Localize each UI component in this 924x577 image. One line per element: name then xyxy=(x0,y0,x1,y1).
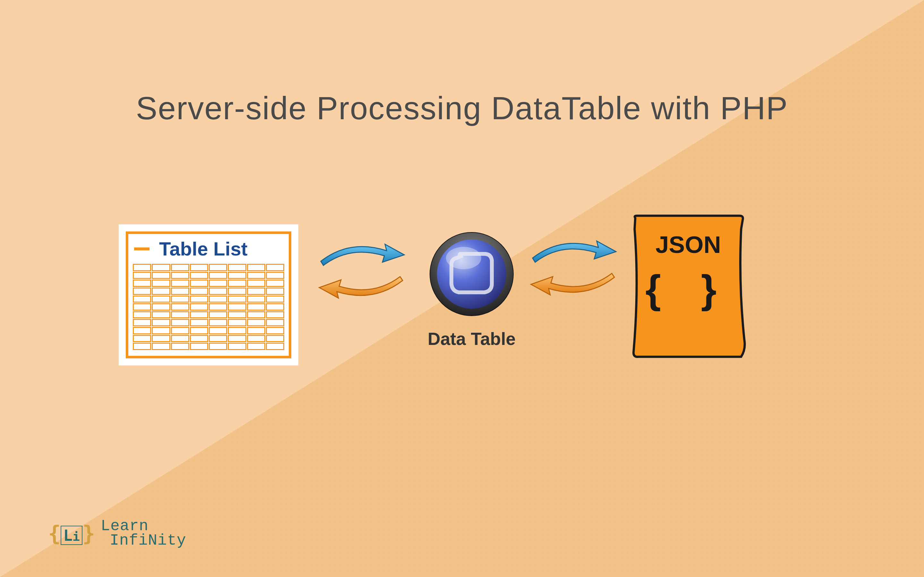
table-cell xyxy=(228,287,246,295)
table-cell xyxy=(133,264,151,271)
table-cell xyxy=(190,295,208,303)
table-cell xyxy=(133,295,151,303)
table-cell xyxy=(171,303,189,311)
table-cell xyxy=(152,343,170,350)
table-cell xyxy=(266,319,284,326)
table-cell xyxy=(266,279,284,287)
table-cell xyxy=(209,272,227,279)
table-cell xyxy=(133,287,151,295)
table-cell xyxy=(247,303,265,311)
table-cell xyxy=(171,311,189,319)
table-cell xyxy=(133,272,151,279)
table-cell xyxy=(247,264,265,271)
table-list-inner: Table List xyxy=(126,231,291,358)
table-header: Table List xyxy=(133,238,284,260)
table-cell xyxy=(209,335,227,342)
table-row xyxy=(133,295,284,303)
table-cell xyxy=(209,295,227,303)
table-cell xyxy=(171,272,189,279)
table-cell xyxy=(247,272,265,279)
table-cell xyxy=(133,303,151,311)
table-cell xyxy=(190,279,208,287)
table-row xyxy=(133,319,284,326)
table-cell xyxy=(209,343,227,350)
table-cell xyxy=(266,272,284,279)
table-cell xyxy=(190,335,208,342)
page-title: Server-side Processing DataTable with PH… xyxy=(0,90,924,127)
table-cell xyxy=(209,287,227,295)
table-cell xyxy=(152,295,170,303)
arrow-left-orange-2 xyxy=(528,271,618,304)
table-cell xyxy=(133,319,151,326)
table-cell xyxy=(171,264,189,271)
datatable-label: Data Table xyxy=(412,329,531,349)
table-cell xyxy=(171,335,189,342)
json-document: JSON { } xyxy=(629,213,748,361)
table-cell xyxy=(266,327,284,334)
table-cell xyxy=(190,287,208,295)
table-cell xyxy=(228,327,246,334)
arrow-right-blue-2 xyxy=(529,234,619,268)
table-cell xyxy=(190,303,208,311)
table-cell xyxy=(190,327,208,334)
table-cell xyxy=(247,343,265,350)
table-cell xyxy=(228,319,246,326)
datatable-icon xyxy=(428,231,515,318)
table-cell xyxy=(190,272,208,279)
table-cell xyxy=(228,343,246,350)
arrow-right-blue-1 xyxy=(318,237,407,271)
table-cell xyxy=(190,264,208,271)
table-cell xyxy=(266,303,284,311)
table-cell xyxy=(171,279,189,287)
table-cell xyxy=(247,287,265,295)
table-cell xyxy=(171,327,189,334)
table-cell xyxy=(152,327,170,334)
table-cell xyxy=(228,279,246,287)
table-cell xyxy=(228,264,246,271)
table-cell xyxy=(247,335,265,342)
table-cell xyxy=(247,295,265,303)
table-cell xyxy=(152,311,170,319)
table-cell xyxy=(171,287,189,295)
table-cell xyxy=(190,319,208,326)
table-cell xyxy=(190,343,208,350)
table-row xyxy=(133,343,284,350)
table-cell xyxy=(209,303,227,311)
table-cell xyxy=(152,319,170,326)
table-row xyxy=(133,327,284,334)
table-cell xyxy=(266,295,284,303)
table-list-label: Table List xyxy=(159,238,248,260)
table-cell xyxy=(228,272,246,279)
table-cell xyxy=(209,279,227,287)
table-cell xyxy=(247,279,265,287)
table-row xyxy=(133,311,284,319)
table-cell xyxy=(209,311,227,319)
table-cell xyxy=(133,343,151,350)
table-cell xyxy=(228,311,246,319)
json-label: JSON xyxy=(629,231,748,258)
table-cell xyxy=(266,343,284,350)
table-cell xyxy=(266,264,284,271)
table-cell xyxy=(171,343,189,350)
arrow-left-orange-1 xyxy=(316,274,406,308)
table-row xyxy=(133,303,284,311)
table-cell xyxy=(152,264,170,271)
table-cell xyxy=(228,335,246,342)
table-row xyxy=(133,272,284,279)
table-cell xyxy=(152,279,170,287)
table-cell xyxy=(133,327,151,334)
table-cell xyxy=(171,319,189,326)
table-cell xyxy=(152,287,170,295)
table-cell xyxy=(190,311,208,319)
table-cell xyxy=(247,327,265,334)
table-cell xyxy=(266,287,284,295)
table-cell xyxy=(209,319,227,326)
table-cell xyxy=(152,272,170,279)
table-cell xyxy=(247,319,265,326)
table-cell xyxy=(209,264,227,271)
brand-logo: {Li} Learn InfiNity xyxy=(48,519,186,548)
table-cell xyxy=(152,303,170,311)
logo-icon: {Li} xyxy=(48,522,95,546)
table-row xyxy=(133,264,284,271)
table-cell xyxy=(247,311,265,319)
